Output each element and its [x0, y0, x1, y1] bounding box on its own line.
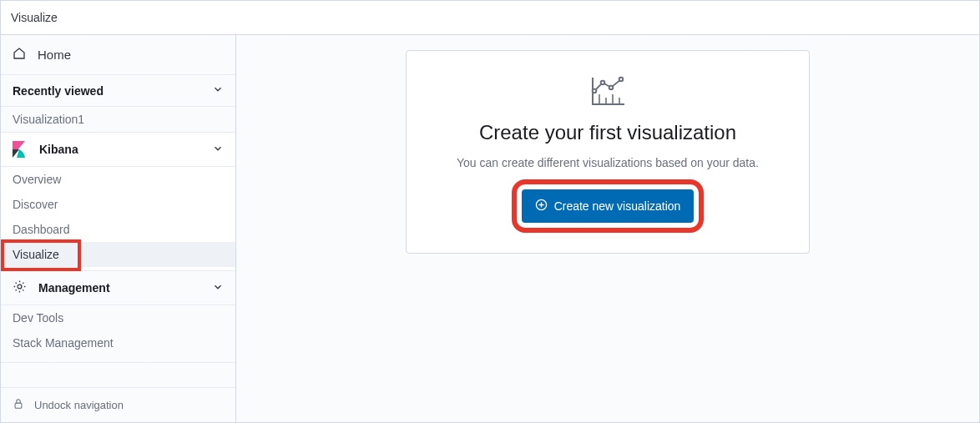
breadcrumb: Visualize [11, 11, 58, 24]
kibana-header[interactable]: Kibana [1, 133, 235, 167]
chevron-down-icon [212, 281, 224, 295]
nav-home[interactable]: Home [1, 35, 235, 75]
svg-point-7 [619, 78, 624, 82]
card-description: You can create different visualizations … [457, 156, 759, 169]
management-section: Management Dev Tools Stack Management [1, 271, 235, 363]
svg-point-2 [18, 285, 22, 289]
chevron-down-icon [212, 83, 224, 98]
recently-viewed-section: Recently viewed Visualization1 [1, 75, 235, 133]
svg-point-5 [601, 81, 605, 85]
empty-state-card: Create your first visualization You can … [406, 50, 810, 254]
kibana-item-overview[interactable]: Overview [1, 167, 235, 192]
plus-circle-icon [535, 199, 548, 214]
management-title: Management [38, 281, 110, 295]
recently-viewed-title: Recently viewed [13, 84, 104, 98]
chart-line-icon [588, 74, 628, 111]
svg-rect-3 [15, 403, 22, 408]
chevron-down-icon [212, 143, 224, 157]
home-icon [13, 47, 26, 63]
gear-icon [13, 279, 27, 296]
main-content: Create your first visualization You can … [236, 35, 979, 422]
create-visualization-button[interactable]: Create new visualization [522, 189, 695, 223]
svg-point-4 [593, 89, 597, 93]
kibana-section: Kibana Overview Discover Dashboard Visua… [1, 133, 235, 271]
create-button-label: Create new visualization [554, 199, 681, 213]
kibana-item-visualize[interactable]: Visualize [1, 242, 235, 267]
layout: Home Recently viewed Visualization1 [1, 35, 979, 422]
svg-point-6 [609, 86, 614, 90]
lock-icon [13, 398, 24, 412]
card-title: Create your first visualization [479, 121, 736, 144]
management-item-devtools[interactable]: Dev Tools [1, 305, 235, 330]
kibana-item-discover[interactable]: Discover [1, 192, 235, 217]
kibana-item-dashboard[interactable]: Dashboard [1, 217, 235, 242]
sidebar: Home Recently viewed Visualization1 [1, 35, 236, 422]
home-label: Home [38, 48, 71, 62]
kibana-logo-icon [13, 141, 28, 158]
recently-viewed-header[interactable]: Recently viewed [1, 75, 235, 107]
management-header[interactable]: Management [1, 271, 235, 305]
undock-navigation[interactable]: Undock navigation [1, 387, 235, 422]
recently-viewed-item[interactable]: Visualization1 [1, 107, 235, 132]
kibana-title: Kibana [39, 143, 78, 156]
undock-label: Undock navigation [34, 399, 124, 411]
breadcrumb-bar: Visualize [1, 1, 979, 35]
management-item-stack[interactable]: Stack Management [1, 330, 235, 355]
